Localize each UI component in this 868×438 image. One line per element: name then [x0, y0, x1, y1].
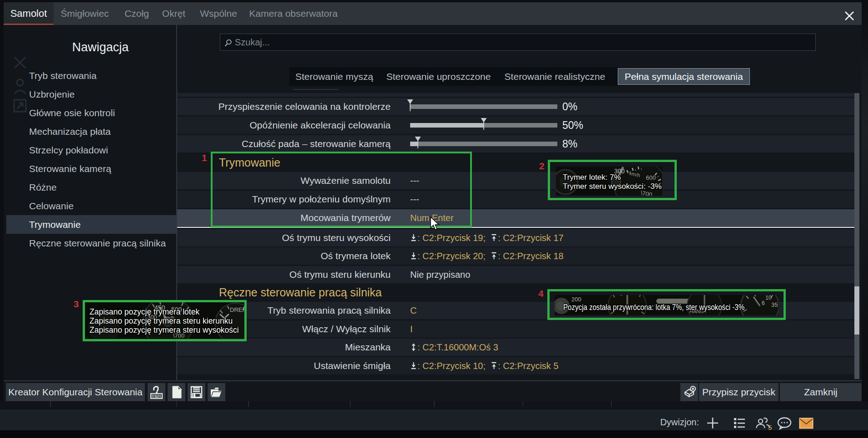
svg-text:35: 35 [771, 301, 778, 308]
svg-text:600: 600 [646, 174, 656, 181]
svg-text:200: 200 [571, 296, 581, 303]
svg-text:6: 6 [762, 300, 765, 306]
svg-text:DREH: DREH [230, 306, 244, 313]
svg-text:10: 10 [765, 295, 772, 301]
